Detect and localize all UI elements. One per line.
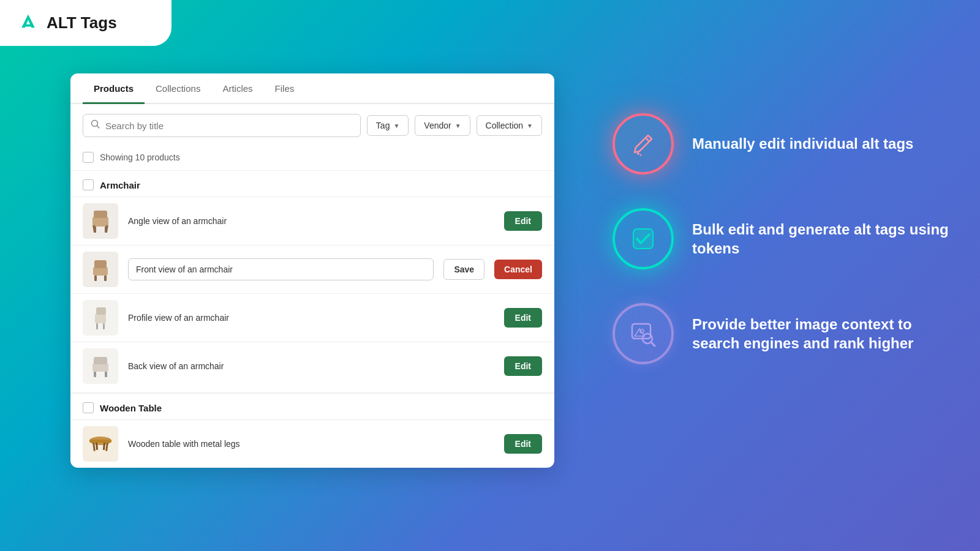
svg-rect-12: [94, 260, 107, 268]
tab-collections[interactable]: Collections: [145, 73, 211, 104]
chevron-down-icon: ▼: [393, 122, 399, 129]
svg-point-32: [637, 152, 639, 155]
chair-thumbnail-4-icon: [83, 348, 118, 384]
svg-rect-13: [94, 276, 97, 281]
armchair-checkbox[interactable]: [83, 179, 94, 190]
alt-text-edit-input[interactable]: [128, 258, 434, 280]
svg-rect-21: [92, 363, 108, 372]
feature-circle-2: [612, 208, 674, 269]
filters-row: Tag ▼ Vendor ▼ Collection ▼: [70, 104, 554, 147]
tab-files[interactable]: Files: [264, 73, 306, 104]
tabs-bar: Products Collections Articles Files: [70, 73, 554, 104]
table-row: Angle view of an armchair Edit: [70, 197, 554, 245]
chair-thumbnail-icon: [83, 203, 118, 239]
edit-button[interactable]: Edit: [504, 356, 542, 376]
product-thumbnail: [83, 252, 118, 287]
search-box[interactable]: [83, 114, 361, 137]
app-title: ALT Tags: [47, 13, 117, 32]
app-header: ALT Tags: [0, 0, 172, 46]
armchair-title: Armchair: [100, 180, 140, 190]
svg-rect-19: [103, 323, 105, 329]
table-row: Wooden table with metal legs Edit: [70, 419, 554, 468]
feature-item-2: Bulk edit and generate alt tags using to…: [612, 208, 956, 269]
feature-circle-1: [612, 113, 674, 174]
alt-text-label: Profile view of an armchair: [128, 313, 494, 323]
tab-products[interactable]: Products: [83, 73, 145, 104]
showing-count: Showing 10 products: [100, 152, 180, 162]
save-button[interactable]: Save: [443, 259, 484, 280]
wooden-table-title: Wooden Table: [100, 403, 162, 413]
edit-row: Save Cancel: [70, 245, 554, 293]
svg-rect-24: [105, 372, 107, 377]
search-icon: [91, 119, 100, 132]
tab-articles[interactable]: Articles: [211, 73, 263, 104]
alt-text-label: Back view of an armchair: [128, 361, 494, 371]
svg-rect-5: [94, 211, 107, 218]
showing-row: Showing 10 products: [70, 147, 554, 171]
chevron-down-icon: ▼: [527, 122, 533, 129]
select-all-checkbox[interactable]: [83, 152, 94, 163]
search-input[interactable]: [105, 121, 353, 131]
alt-text-label: Angle view of an armchair: [128, 216, 494, 226]
image-search-icon: [627, 318, 659, 350]
svg-line-38: [651, 342, 655, 346]
feature-text-1: Manually edit individual alt tags: [692, 134, 913, 153]
chevron-down-icon: ▼: [455, 122, 461, 129]
armchair-section-header: Armchair: [70, 171, 554, 197]
tag-filter-button[interactable]: Tag ▼: [367, 115, 409, 136]
svg-rect-11: [93, 267, 108, 276]
chair-thumbnail-2-icon: [83, 252, 118, 287]
edit-button[interactable]: Edit: [504, 434, 542, 454]
svg-line-2: [97, 126, 100, 129]
svg-rect-23: [94, 372, 96, 377]
app-logo-icon: [17, 12, 39, 34]
feature-circle-3: [612, 303, 674, 364]
table-row: Back view of an armchair Edit: [70, 342, 554, 390]
pencil-icon: [630, 130, 657, 157]
feature-text-3: Provide better image context to search e…: [692, 315, 956, 353]
edit-button[interactable]: Edit: [504, 308, 542, 328]
feature-text-2: Bulk edit and generate alt tags using to…: [692, 220, 956, 258]
checkmark-icon: [627, 223, 659, 255]
svg-rect-18: [96, 323, 98, 329]
wooden-table-checkbox[interactable]: [83, 402, 94, 413]
feature-item-3: Provide better image context to search e…: [612, 303, 956, 364]
svg-rect-4: [92, 217, 108, 227]
product-thumbnail: [83, 426, 118, 462]
table-row: Profile view of an armchair Edit: [70, 293, 554, 342]
alt-text-label: Wooden table with metal legs: [128, 439, 494, 449]
feature-item-1: Manually edit individual alt tags: [612, 113, 956, 174]
main-panel: Products Collections Articles Files Tag …: [70, 73, 554, 468]
product-thumbnail: [83, 203, 118, 239]
collection-filter-button[interactable]: Collection ▼: [477, 115, 542, 136]
svg-rect-17: [96, 307, 106, 315]
svg-rect-14: [104, 276, 107, 281]
table-thumbnail-icon: [83, 426, 118, 462]
edit-button[interactable]: Edit: [504, 211, 542, 231]
product-thumbnail: [83, 300, 118, 335]
svg-rect-0: [24, 24, 32, 26]
vendor-filter-button[interactable]: Vendor ▼: [415, 115, 470, 136]
svg-point-33: [640, 154, 642, 156]
chair-thumbnail-3-icon: [83, 300, 118, 335]
svg-rect-27: [89, 440, 111, 443]
wooden-table-section-header: Wooden Table: [70, 392, 554, 419]
features-panel: Manually edit individual alt tags Bulk e…: [612, 113, 956, 398]
cancel-button[interactable]: Cancel: [494, 260, 542, 279]
product-thumbnail: [83, 348, 118, 384]
svg-rect-22: [94, 357, 107, 364]
svg-rect-16: [95, 313, 106, 323]
